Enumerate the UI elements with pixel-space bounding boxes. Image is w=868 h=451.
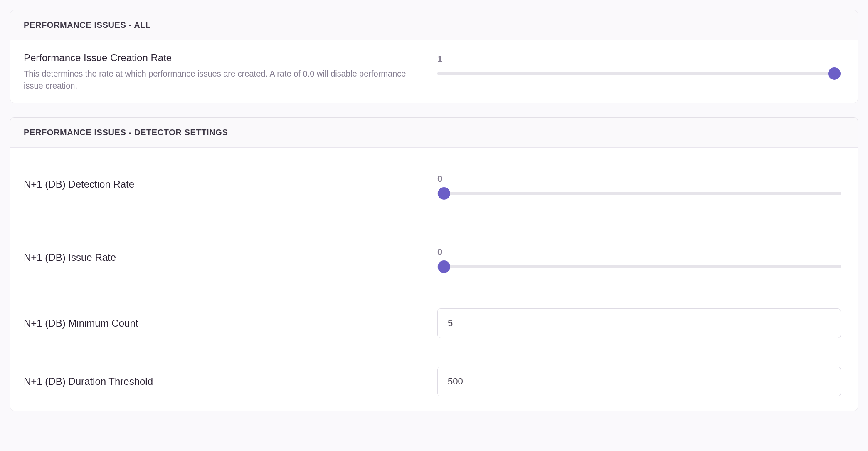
slider-track[interactable] bbox=[437, 192, 841, 195]
panel-detector-settings: PERFORMANCE ISSUES - DETECTOR SETTINGS N… bbox=[10, 117, 858, 411]
row-detection-rate: N+1 (DB) Detection Rate 0 bbox=[10, 148, 858, 221]
min-count-input[interactable] bbox=[437, 308, 841, 338]
panel-all-header: PERFORMANCE ISSUES - ALL bbox=[10, 10, 858, 40]
issue-rate-slider[interactable]: 0 bbox=[437, 247, 841, 268]
row-issue-rate: N+1 (DB) Issue Rate 0 bbox=[10, 221, 858, 294]
panel-detector-header: PERFORMANCE ISSUES - DETECTOR SETTINGS bbox=[10, 118, 858, 148]
row-creation-rate: Performance Issue Creation Rate This det… bbox=[10, 40, 858, 103]
duration-threshold-label: N+1 (DB) Duration Threshold bbox=[24, 375, 417, 388]
row-duration-threshold: N+1 (DB) Duration Threshold bbox=[10, 352, 858, 411]
slider-thumb[interactable] bbox=[438, 260, 450, 273]
duration-threshold-input[interactable] bbox=[437, 367, 841, 396]
slider-track[interactable] bbox=[437, 72, 841, 75]
creation-rate-slider[interactable]: 1 bbox=[437, 54, 841, 75]
slider-thumb[interactable] bbox=[828, 67, 841, 80]
detection-rate-label: N+1 (DB) Detection Rate bbox=[24, 178, 417, 191]
min-count-label: N+1 (DB) Minimum Count bbox=[24, 317, 417, 330]
creation-rate-desc: This determines the rate at which perfor… bbox=[24, 68, 406, 92]
detection-rate-slider[interactable]: 0 bbox=[437, 173, 841, 195]
slider-track[interactable] bbox=[437, 265, 841, 268]
panel-performance-issues-all: PERFORMANCE ISSUES - ALL Performance Iss… bbox=[10, 10, 858, 103]
creation-rate-value: 1 bbox=[437, 54, 841, 64]
issue-rate-label: N+1 (DB) Issue Rate bbox=[24, 251, 417, 264]
slider-thumb[interactable] bbox=[438, 187, 450, 200]
detection-rate-value: 0 bbox=[437, 173, 841, 184]
creation-rate-label: Performance Issue Creation Rate bbox=[24, 51, 417, 64]
row-min-count: N+1 (DB) Minimum Count bbox=[10, 294, 858, 352]
issue-rate-value: 0 bbox=[437, 247, 841, 258]
